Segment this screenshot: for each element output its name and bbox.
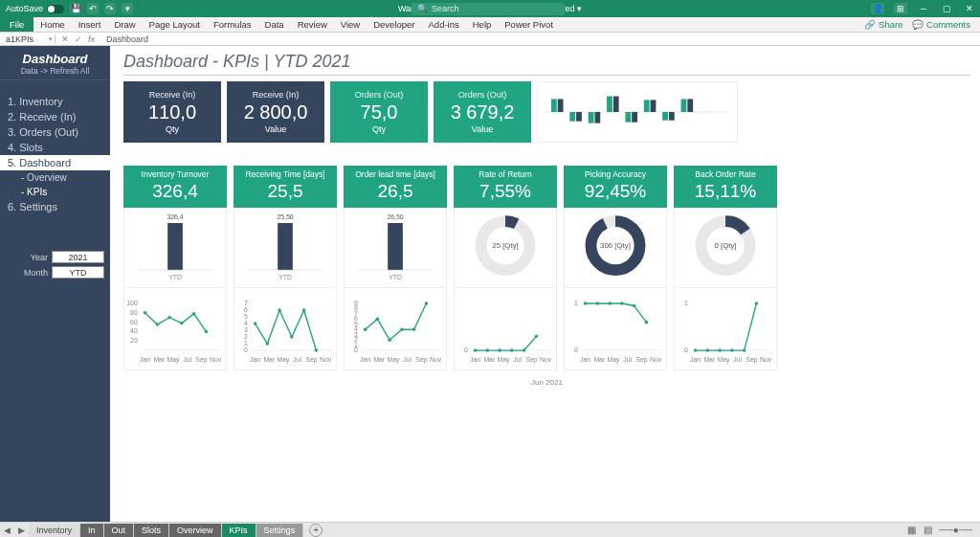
comments-button[interactable]: 💬 Comments — [912, 19, 970, 30]
view-normal-icon[interactable]: ▦ — [907, 525, 916, 535]
nav-receive[interactable]: 2. Receive (In) — [0, 109, 110, 124]
svg-text:YTD: YTD — [168, 274, 182, 280]
confirm-icon[interactable]: ✓ — [75, 34, 82, 44]
month-select[interactable]: YTD — [52, 266, 104, 279]
svg-rect-9 — [625, 112, 631, 123]
page-title: Dashboard - KPIs | YTD 2021 — [123, 52, 970, 76]
ribbon-tab-help[interactable]: Help — [466, 17, 499, 32]
nav-settings[interactable]: 6. Settings — [0, 199, 110, 214]
user-icon[interactable]: 👤 — [871, 3, 884, 14]
sheet-tab-overview[interactable]: Overview — [169, 524, 222, 537]
svg-text:May: May — [167, 356, 181, 364]
sheet-tab-slots[interactable]: Slots — [134, 524, 169, 537]
svg-point-137 — [755, 302, 759, 305]
svg-point-27 — [144, 311, 147, 315]
sheet-tab-inventory[interactable]: Inventory — [29, 524, 80, 537]
year-select[interactable]: 2021 — [52, 251, 104, 263]
formula-bar: a1KPIs▾ ✕ ✓ fx Dashboard — [0, 33, 980, 46]
ribbon-tab-powerpivot[interactable]: Power Pivot — [498, 17, 560, 32]
cancel-icon[interactable]: ✕ — [61, 34, 69, 44]
sheet-tab-settings[interactable]: Settings — [256, 524, 304, 537]
nav-dashboard[interactable]: 5. Dashboard — [0, 155, 110, 170]
svg-text:Nov: Nov — [210, 356, 222, 363]
nav-inventory[interactable]: 1. Inventory — [0, 94, 110, 109]
svg-point-114 — [584, 302, 588, 305]
name-box[interactable]: a1KPIs▾ — [0, 34, 56, 44]
grid-icon[interactable]: ⊞ — [894, 3, 907, 14]
svg-text:Nov: Nov — [650, 356, 662, 363]
svg-text:0: 0 — [244, 347, 248, 353]
ribbon-tab-addins[interactable]: Add-ins — [422, 17, 466, 32]
add-sheet-button[interactable]: + — [309, 524, 323, 537]
svg-text:Mar: Mar — [483, 356, 496, 363]
svg-point-54 — [278, 308, 281, 312]
dropdown-icon[interactable]: ▾ — [122, 3, 133, 14]
nav-overview[interactable]: - Overview — [0, 170, 110, 185]
svg-text:Jul: Jul — [293, 356, 301, 363]
ribbon-tab-pagelayout[interactable]: Page Layout — [143, 17, 207, 32]
search-box[interactable]: 🔍 Search — [412, 3, 565, 15]
undo-icon[interactable]: ↶ — [87, 3, 99, 14]
svg-point-30 — [180, 322, 184, 325]
nav-slots[interactable]: 4. Slots — [0, 140, 110, 155]
svg-point-119 — [645, 321, 649, 324]
zoom-slider[interactable]: ──●── — [940, 525, 972, 535]
ribbon-tab-developer[interactable]: Developer — [367, 17, 421, 32]
view-page-icon[interactable]: ▤ — [924, 525, 932, 535]
month-label: Month — [6, 268, 48, 278]
svg-rect-15 — [681, 99, 687, 112]
svg-text:6: 6 — [244, 306, 248, 313]
ribbon-tab-home[interactable]: Home — [33, 17, 71, 32]
svg-text:Nov: Nov — [430, 356, 442, 363]
svg-rect-1 — [551, 99, 557, 112]
nav-kpis[interactable]: - KPIs — [0, 185, 110, 199]
sheet-tab-in[interactable]: In — [80, 524, 104, 537]
ribbon-tab-draw[interactable]: Draw — [107, 17, 142, 32]
redo-icon[interactable]: ↷ — [104, 3, 116, 14]
svg-point-116 — [608, 302, 612, 305]
close-icon[interactable]: ✕ — [963, 4, 976, 13]
sheet-tab-kpis[interactable]: KPIs — [222, 524, 256, 537]
ribbon-tab-file[interactable]: File — [0, 17, 33, 32]
nav-orders[interactable]: 3. Orders (Out) — [0, 124, 110, 140]
svg-point-132 — [694, 348, 698, 352]
ribbon-tab-review[interactable]: Review — [291, 17, 334, 32]
kpi-card-2: Order lead time [days]26,526,50YTD987654… — [344, 166, 447, 370]
kpi-card-receive-value: Receive (In) 2 800,0 Value — [227, 81, 324, 143]
svg-rect-40 — [278, 223, 293, 270]
fx-icon[interactable]: fx — [88, 34, 95, 44]
svg-text:Sep: Sep — [305, 356, 317, 364]
sheet-tab-out[interactable]: Out — [104, 524, 135, 537]
ribbon-tab-view[interactable]: View — [334, 17, 367, 32]
sheet-nav-prev[interactable]: ◀ — [0, 526, 14, 535]
autosave-toggle[interactable]: AutoSave — [6, 4, 64, 13]
formula-input[interactable]: Dashboard — [100, 34, 148, 44]
share-button[interactable]: 🔗 Share — [864, 19, 902, 30]
svg-text:1: 1 — [574, 300, 578, 306]
ribbon-tab-insert[interactable]: Insert — [72, 17, 108, 32]
svg-text:YTD: YTD — [389, 274, 402, 280]
kpi-card-1: Receiving Time [days]25,525,50YTD7654321… — [234, 166, 337, 370]
svg-point-31 — [192, 312, 196, 316]
kpi-card-5: Back Order Rate15,11%0 [Qty]10JanMarMayJ… — [674, 166, 777, 370]
svg-point-79 — [364, 327, 368, 331]
save-icon[interactable]: 💾 — [70, 3, 81, 14]
sheet-nav-next[interactable]: ▶ — [14, 526, 29, 535]
svg-point-84 — [425, 302, 429, 305]
svg-text:3: 3 — [244, 326, 248, 333]
svg-text:Sep: Sep — [525, 356, 537, 364]
minimize-icon[interactable]: ─ — [917, 4, 930, 13]
kpi-card-receive-qty: Receive (In) 110,0 Qty — [123, 81, 221, 143]
svg-text:1: 1 — [684, 300, 688, 306]
svg-text:Jan: Jan — [580, 356, 590, 363]
svg-text:May: May — [278, 356, 291, 364]
maximize-icon[interactable]: ▢ — [940, 4, 953, 13]
ribbon-tab-formulas[interactable]: Formulas — [207, 17, 258, 32]
svg-text:0: 0 — [354, 347, 358, 353]
svg-rect-5 — [589, 112, 594, 123]
svg-rect-65 — [388, 223, 403, 270]
svg-text:Sep: Sep — [635, 356, 647, 364]
footnote: Jun 2021 — [123, 378, 970, 387]
ribbon-tab-data[interactable]: Data — [258, 17, 291, 32]
search-icon: 🔍 — [417, 4, 428, 13]
